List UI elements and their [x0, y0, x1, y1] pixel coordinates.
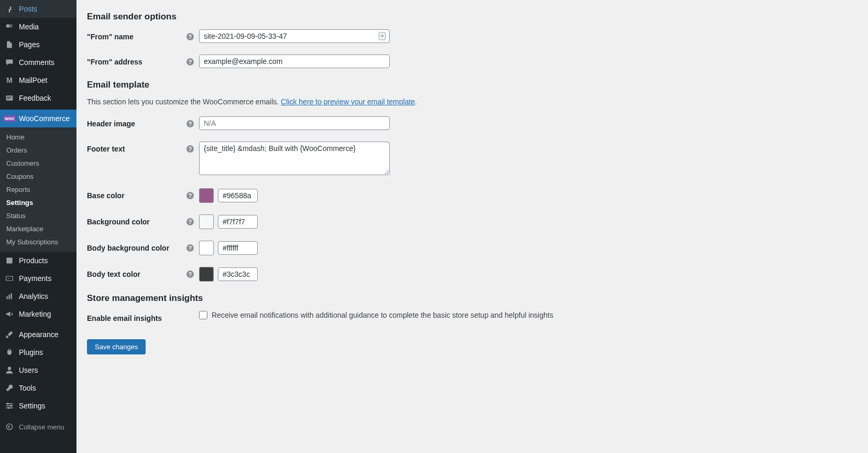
label-from-name: "From" name — [87, 29, 186, 41]
main-content: Email sender options "From" name ? ⎆ "Fr… — [76, 0, 868, 453]
sidebar-sub-settings[interactable]: Settings — [0, 196, 76, 209]
collapse-label: Collapse menu — [19, 423, 64, 431]
enable-insights-desc: Receive email notifications with additio… — [212, 311, 553, 319]
sidebar-item-label: Plugins — [19, 348, 43, 357]
from-address-input[interactable] — [199, 55, 390, 68]
feedback-icon — [4, 93, 15, 103]
body-bg-swatch[interactable] — [199, 241, 214, 255]
sidebar-item-label: Pages — [19, 40, 40, 49]
products-icon — [4, 255, 15, 266]
sidebar-item-label: Media — [19, 23, 39, 31]
sidebar-item-tools[interactable]: Tools — [0, 379, 76, 397]
sidebar-item-label: Feedback — [19, 94, 51, 102]
sidebar-item-appearance[interactable]: Appearance — [0, 326, 76, 343]
template-description: This section lets you customize the WooC… — [87, 98, 858, 106]
sidebar-item-mailpoet[interactable]: M MailPoet — [0, 71, 76, 89]
media-icon — [4, 21, 15, 32]
footer-text-input[interactable] — [199, 142, 390, 175]
woo-icon: woo — [4, 113, 15, 124]
sidebar-item-comments[interactable]: Comments — [0, 53, 76, 71]
sidebar-item-posts[interactable]: Posts — [0, 0, 76, 18]
label-footer-text: Footer text — [87, 142, 186, 153]
row-body-bg: Body background color ? — [87, 241, 858, 255]
svg-rect-5 — [6, 276, 13, 281]
row-from-name: "From" name ? ⎆ — [87, 29, 858, 43]
sidebar-item-woocommerce[interactable]: woo WooCommerce — [0, 110, 76, 127]
sidebar-sub-coupons[interactable]: Coupons — [0, 170, 76, 183]
body-text-swatch[interactable] — [199, 267, 214, 282]
admin-sidebar: Posts Media Pages Comments M MailPoet — [0, 0, 76, 453]
svg-point-9 — [8, 367, 11, 370]
sidebar-sub-home[interactable]: Home — [0, 131, 76, 144]
svg-rect-2 — [7, 97, 12, 98]
sidebar-sub-customers[interactable]: Customers — [0, 157, 76, 170]
label-body-bg: Body background color — [87, 241, 186, 252]
row-header-image: Header image ? — [87, 116, 858, 130]
sidebar-sub-marketplace[interactable]: Marketplace — [0, 222, 76, 235]
help-icon[interactable]: ? — [186, 120, 194, 127]
sidebar-item-pages[interactable]: Pages — [0, 36, 76, 53]
help-icon[interactable]: ? — [186, 271, 194, 278]
svg-point-14 — [10, 405, 12, 406]
pin-icon — [4, 4, 15, 14]
save-button[interactable]: Save changes — [87, 339, 146, 354]
row-body-text: Body text color ? — [87, 267, 858, 282]
help-icon[interactable]: ? — [186, 244, 194, 252]
sidebar-item-products[interactable]: Products — [0, 252, 76, 269]
bg-color-swatch[interactable] — [199, 214, 214, 229]
sidebar-item-plugins[interactable]: Plugins — [0, 343, 76, 361]
svg-point-0 — [6, 24, 9, 27]
help-icon[interactable]: ? — [186, 218, 194, 225]
header-image-input[interactable] — [199, 116, 390, 130]
label-from-address: "From" address — [87, 55, 186, 66]
sidebar-item-marketing[interactable]: Marketing — [0, 305, 76, 323]
sidebar-item-label: Settings — [19, 402, 46, 410]
help-icon[interactable]: ? — [186, 145, 194, 153]
comment-icon — [4, 57, 15, 68]
help-icon[interactable]: ? — [186, 58, 194, 66]
sidebar-item-analytics[interactable]: Analytics — [0, 287, 76, 305]
svg-rect-6 — [6, 296, 7, 299]
sidebar-item-label: Marketing — [19, 310, 51, 318]
section-heading-template: Email template — [87, 80, 858, 90]
enable-insights-checkbox[interactable] — [199, 311, 207, 319]
sidebar-item-feedback[interactable]: Feedback — [0, 89, 76, 107]
label-enable-insights: Enable email insights — [87, 311, 186, 322]
sidebar-item-payments[interactable]: Payments — [0, 269, 76, 287]
sidebar-item-media[interactable]: Media — [0, 18, 76, 36]
bg-color-input[interactable] — [218, 215, 258, 229]
sliders-icon — [4, 401, 15, 411]
analytics-icon — [4, 291, 15, 301]
section-heading-sender: Email sender options — [87, 12, 858, 22]
body-text-input[interactable] — [218, 267, 258, 281]
row-footer-text: Footer text ? — [87, 142, 858, 177]
collapse-menu-button[interactable]: Collapse menu — [0, 417, 76, 436]
sidebar-item-label: Users — [19, 366, 38, 374]
megaphone-icon — [4, 309, 15, 319]
help-icon[interactable]: ? — [186, 33, 194, 40]
sidebar-item-users[interactable]: Users — [0, 361, 76, 379]
sidebar-item-settings[interactable]: Settings — [0, 397, 76, 415]
label-body-text: Body text color — [87, 267, 186, 278]
row-bg-color: Background color ? — [87, 214, 858, 229]
sidebar-sub-status[interactable]: Status — [0, 209, 76, 222]
sidebar-item-label: Payments — [19, 274, 51, 283]
preview-template-link[interactable]: Click here to preview your email templat… — [281, 98, 415, 106]
svg-rect-4 — [6, 257, 12, 263]
sidebar-sub-subscriptions[interactable]: My Subscriptions — [0, 235, 76, 249]
mailpoet-icon: M — [4, 75, 15, 85]
row-enable-insights: Enable email insights Receive email noti… — [87, 311, 858, 322]
body-bg-input[interactable] — [218, 241, 258, 255]
section-heading-insights: Store management insights — [87, 293, 858, 304]
sidebar-item-label: Appearance — [19, 330, 59, 339]
from-name-input[interactable] — [199, 29, 390, 43]
label-bg-color: Background color — [87, 214, 186, 226]
help-icon[interactable]: ? — [186, 192, 194, 199]
sidebar-sub-reports[interactable]: Reports — [0, 183, 76, 196]
base-color-input[interactable] — [218, 189, 258, 202]
sidebar-sub-orders[interactable]: Orders — [0, 144, 76, 157]
svg-rect-3 — [7, 98, 10, 99]
base-color-swatch[interactable] — [199, 188, 214, 203]
sidebar-item-label: MailPoet — [19, 76, 47, 84]
payments-icon — [4, 273, 15, 284]
